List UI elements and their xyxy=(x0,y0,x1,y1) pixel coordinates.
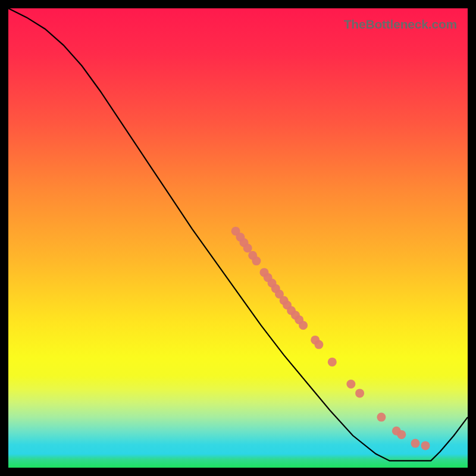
scatter-dot xyxy=(355,389,364,397)
scatter-dot xyxy=(346,380,355,389)
scatter-dot xyxy=(328,358,337,367)
scatter-dot xyxy=(252,256,261,265)
scatter-dot xyxy=(421,441,430,450)
scatter-dots xyxy=(231,227,430,450)
scatter-dot xyxy=(299,321,308,330)
scatter-dot xyxy=(377,413,386,422)
scatter-dot xyxy=(397,430,406,439)
scatter-dot xyxy=(411,439,420,448)
chart-container: TheBottleneck.com xyxy=(0,0,476,476)
scatter-dot xyxy=(314,340,323,349)
scatter-dot xyxy=(243,244,252,253)
chart-svg xyxy=(8,8,468,468)
plot-area: TheBottleneck.com xyxy=(8,8,468,468)
